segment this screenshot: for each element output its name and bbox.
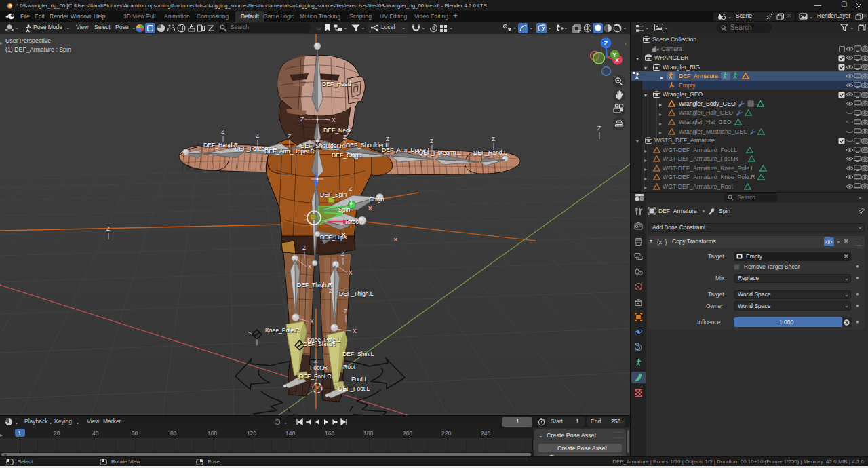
svg-text:DEF_Chigh: DEF_Chigh (332, 152, 362, 159)
svg-text:Chigh: Chigh (369, 196, 384, 203)
svg-text:DEF_Hand.R: DEF_Hand.R (203, 142, 238, 149)
svg-text:DEF_Head: DEF_Head (322, 81, 351, 87)
svg-text:X: X (310, 318, 314, 325)
svg-text:Z: Z (300, 116, 304, 123)
svg-text:DEF_Forearm.L: DEF_Forearm.L (419, 149, 461, 156)
svg-text:Z: Z (288, 133, 291, 140)
svg-text:Z: Z (597, 125, 601, 132)
svg-text:DEF_Thigh.L: DEF_Thigh.L (339, 290, 374, 297)
svg-text:Z: Z (604, 40, 608, 47)
svg-text:Y: Y (612, 52, 616, 58)
svg-text:Foot.L: Foot.L (351, 376, 368, 383)
svg-text:X: X (353, 328, 357, 334)
svg-text:Z: Z (302, 244, 306, 251)
svg-text:✕: ✕ (393, 237, 398, 243)
svg-text:✕: ✕ (332, 216, 336, 222)
svg-text:DEF_Hand.L: DEF_Hand.L (473, 149, 507, 156)
svg-text:Z: Z (221, 128, 224, 135)
svg-text:Z: Z (344, 308, 347, 315)
svg-text:Z: Z (341, 250, 344, 257)
svg-text:(1) DEF_Armature : Spin: (1) DEF_Armature : Spin (5, 46, 71, 53)
svg-text:Root: Root (343, 364, 356, 370)
svg-text:Z: Z (349, 185, 352, 192)
svg-text:Z: Z (430, 138, 433, 144)
svg-text:DEF_Thigh.R: DEF_Thigh.R (297, 281, 332, 288)
svg-text:DEF_Shoulder.R: DEF_Shoulder.R (300, 142, 344, 149)
svg-text:DEF_Shin.L: DEF_Shin.L (342, 351, 374, 357)
svg-text:✕: ✕ (368, 205, 373, 212)
svg-text:‹: ‹ (625, 41, 627, 47)
svg-text:Foot.R: Foot.R (310, 364, 328, 371)
svg-text:User Perspective: User Perspective (5, 37, 51, 44)
svg-text:X: X (332, 117, 336, 123)
svg-text:▸: ▸ (0, 40, 3, 46)
svg-text:DEF_Shin.R: DEF_Shin.R (303, 340, 336, 347)
svg-text:Knee_Pole.R: Knee_Pole.R (265, 327, 300, 334)
svg-text:Z: Z (256, 132, 259, 139)
svg-text:Spin: Spin (338, 206, 350, 213)
svg-text:DEF_Neck: DEF_Neck (323, 127, 352, 134)
svg-text:DEF_Spin: DEF_Spin (320, 191, 347, 198)
svg-text:X: X (349, 269, 353, 276)
svg-text:DEF_Foot.L: DEF_Foot.L (338, 385, 370, 392)
svg-text:Z: Z (343, 134, 347, 140)
svg-text:Z: Z (314, 357, 318, 364)
svg-text:X: X (308, 263, 312, 270)
svg-text:Z: Z (492, 136, 495, 142)
svg-text:DEF_Hips: DEF_Hips (320, 234, 347, 241)
svg-text:Torso: Torso (344, 218, 359, 225)
svg-text:Z: Z (106, 225, 110, 232)
svg-text:DEF_Foot.R: DEF_Foot.R (299, 373, 332, 380)
